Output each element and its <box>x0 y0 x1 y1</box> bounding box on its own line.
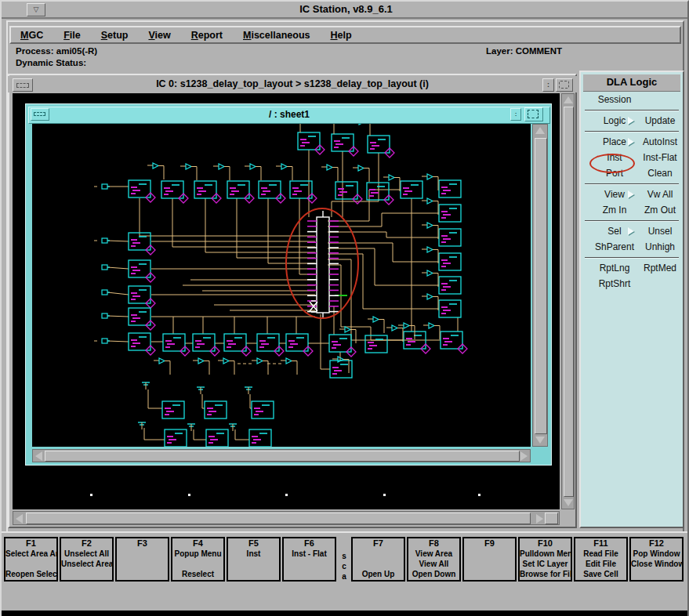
palette-item-sel[interactable]: Sel <box>583 223 646 239</box>
fkey-f6[interactable]: F6Inst - Flat <box>282 537 336 582</box>
fkey-action-label: Inst <box>228 549 279 559</box>
fkey-label: F2 <box>61 538 112 549</box>
palette-item-zm-out[interactable]: Zm Out <box>640 202 680 218</box>
fkey-action-label: Inst - Flat <box>284 549 335 559</box>
fkey-f10[interactable]: F10Pulldown MenuSet IC LayerBrowse for F… <box>518 537 572 582</box>
fkey-action-label <box>464 559 515 569</box>
sheet-scroll-down-icon[interactable] <box>535 437 545 444</box>
canvas-dot <box>285 494 288 496</box>
palette-item-vw-all[interactable]: Vw All <box>640 187 680 202</box>
fkey-label: F4 <box>172 538 223 549</box>
canvas-dot <box>478 494 480 496</box>
ic-window-shrink-icon[interactable]: : <box>542 78 554 92</box>
palette-separator <box>583 255 680 260</box>
palette-item-rptshrt[interactable]: RptShrt <box>583 276 646 292</box>
palette-item-inst-flat[interactable]: Inst-Flat <box>640 150 680 165</box>
schematic-drawing <box>32 124 531 447</box>
fkey-f8[interactable]: F8View AreaView AllOpen Down <box>407 537 461 582</box>
ic-scroll-right-icon[interactable] <box>536 514 543 524</box>
clipped-text-strip: sca <box>339 541 350 582</box>
palette-item-view[interactable]: View <box>583 187 646 202</box>
ic-hscroll-thumb[interactable] <box>26 513 531 524</box>
fkey-action-label: Unselect Area <box>61 559 112 569</box>
sheet-hscrollbar[interactable] <box>32 449 531 462</box>
sheet-vscroll-thumb[interactable] <box>535 138 547 434</box>
ic-scroll-up-icon[interactable] <box>564 96 573 103</box>
sheet-scroll-left-icon[interactable] <box>35 451 42 461</box>
menu-item-mgc[interactable]: MGC <box>20 30 43 41</box>
menu-item-help[interactable]: Help <box>330 30 351 41</box>
palette-item-rptmed[interactable]: RptMed <box>640 260 680 276</box>
fkey-action-label <box>61 569 112 579</box>
ic-hscrollbar[interactable] <box>13 511 560 525</box>
fkey-f4[interactable]: F4Popup Menu Reselect <box>171 537 225 582</box>
window-menu-icon[interactable]: ▽ <box>27 3 45 16</box>
sheet-window-shrink-icon[interactable]: : <box>510 108 521 121</box>
fkey-action-label: Unselect All <box>61 549 112 559</box>
fkey-f12[interactable]: F12Pop WindowClose Window <box>629 537 684 582</box>
submenu-arrow-icon <box>628 138 634 146</box>
fkey-f5[interactable]: F5Inst <box>227 537 281 582</box>
palette-item-rptlng[interactable]: RptLng <box>583 260 646 276</box>
fkey-f7[interactable]: F7 Open Up <box>351 537 405 582</box>
fkey-action-label <box>117 549 168 559</box>
fkey-action-label: Read File <box>575 549 626 559</box>
sheet-scroll-up-icon[interactable] <box>535 127 545 134</box>
fkey-label: F10 <box>520 538 571 549</box>
fkey-action-label <box>117 569 168 579</box>
ic-window-titlebar[interactable]: IC 0: s1238_delay_top_layout > s1238_del… <box>8 76 577 92</box>
fkey-action-label: Close Window <box>631 559 682 569</box>
menu-item-report[interactable]: Report <box>191 30 223 41</box>
palette-item-unhigh[interactable]: Unhigh <box>640 239 680 255</box>
palette-item-autoinst[interactable]: AutoInst <box>640 134 680 150</box>
menu-item-miscellaneous[interactable]: Miscellaneous <box>243 30 310 41</box>
app-titlebar[interactable]: ▽ IC Station, v8.9_6.1 <box>2 2 689 19</box>
fkey-action-label <box>228 569 279 579</box>
fkey-f2[interactable]: F2Unselect AllUnselect Area <box>60 537 114 582</box>
fkey-action-label: Select Area Any <box>5 549 56 559</box>
menu-item-file[interactable]: File <box>63 30 81 41</box>
palette-item-logic[interactable]: Logic <box>583 113 646 129</box>
ic-vscroll-thumb[interactable] <box>564 107 574 497</box>
palette-separator <box>583 129 680 134</box>
sheet-window-maximize-icon[interactable] <box>524 107 543 121</box>
sheet-scroll-right-icon[interactable] <box>520 451 528 461</box>
fkey-f9[interactable]: F9 <box>462 537 517 582</box>
canvas-dot <box>90 494 92 496</box>
fkey-action-label: Pop Window <box>631 549 682 559</box>
ic-scroll-corner[interactable] <box>545 513 558 524</box>
sheet-titlebar[interactable]: / : sheet1 <box>28 107 550 124</box>
fkey-action-label: Save Cell <box>575 569 626 579</box>
ic-vscrollbar[interactable] <box>561 93 575 509</box>
palette-item-shparent[interactable]: ShParent <box>583 239 646 255</box>
fkey-action-label <box>117 559 168 569</box>
fkey-f11[interactable]: F11Read FileEdit FileSave Cell <box>574 537 628 582</box>
palette-item-unsel[interactable]: Unsel <box>640 223 680 239</box>
ic-window-maximize-icon[interactable] <box>556 78 573 92</box>
schematic-canvas[interactable] <box>32 124 531 447</box>
fkey-label: F6 <box>284 538 335 549</box>
fkey-label: F9 <box>464 538 515 549</box>
ic-scroll-down-icon[interactable] <box>564 499 573 506</box>
sheet-window-menu-icon[interactable] <box>31 108 49 121</box>
ic-scroll-left-icon[interactable] <box>16 514 23 524</box>
palette-separator <box>583 218 680 223</box>
sheet-vscrollbar[interactable] <box>532 124 548 447</box>
dla-logic-palette: DLA Logic SessionLogicUpdatePlaceAutoIns… <box>579 71 684 528</box>
palette-item-clean[interactable]: Clean <box>640 165 680 181</box>
ic-window-menu-icon[interactable] <box>13 78 33 92</box>
palette-item-session[interactable]: Session <box>583 92 646 107</box>
palette-item-place[interactable]: Place <box>583 134 646 150</box>
fkey-f1[interactable]: F1Select Area Any Reopen Select <box>4 537 58 582</box>
menu-item-setup[interactable]: Setup <box>101 30 129 41</box>
desktop-strip <box>2 611 689 616</box>
sheet-hscroll-thumb[interactable] <box>45 451 520 462</box>
process-label: Process: ami05(-R) <box>16 46 97 56</box>
palette-item-update[interactable]: Update <box>640 113 680 129</box>
palette-item-zm-in[interactable]: Zm In <box>583 202 646 218</box>
fkey-action-label: Pulldown Menu <box>520 549 571 559</box>
function-key-panel: F1Select Area Any Reopen SelectF2Unselec… <box>2 531 689 611</box>
menu-item-view[interactable]: View <box>148 30 170 41</box>
fkey-action-label <box>631 569 682 579</box>
fkey-f3[interactable]: F3 <box>115 537 169 582</box>
